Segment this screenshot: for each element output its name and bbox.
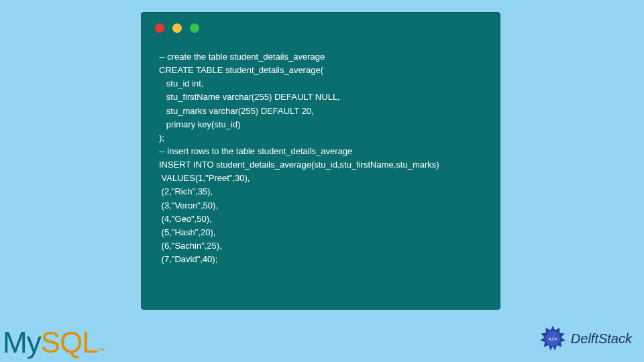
mysql-logo: MySQL™ — [3, 326, 105, 359]
code-line: CREATE TABLE student_details_average( — [159, 65, 323, 75]
close-dot-icon — [155, 23, 164, 33]
code-window: -- create the table student_details_aver… — [141, 12, 500, 310]
code-line: (6,"Sachin",25), — [159, 241, 222, 251]
mysql-logo-tm: ™ — [98, 347, 105, 354]
code-line: (7,"David",40); — [159, 254, 217, 264]
svg-text:</>: </> — [548, 336, 557, 342]
mysql-logo-my: My — [3, 326, 41, 359]
maximize-dot-icon — [190, 23, 199, 33]
code-line: (4,"Geo",50), — [159, 214, 212, 224]
delftstack-gear-icon: </> — [539, 324, 567, 353]
code-content: -- create the table student_details_aver… — [142, 38, 500, 280]
code-line: INSERT INTO student_details_average(stu_… — [159, 160, 439, 170]
mysql-logo-sql: SQL — [41, 326, 98, 359]
code-line: stu_marks varchar(255) DEFAULT 20, — [159, 106, 314, 116]
code-line: primary key(stu_id) — [159, 119, 240, 129]
delftstack-logo: </> DelftStack — [539, 324, 632, 353]
code-line: (3,"Veron",50), — [159, 200, 218, 210]
delftstack-logo-text: DelftStack — [571, 331, 632, 347]
code-line: (5,"Hash",20), — [159, 227, 215, 237]
window-controls — [142, 13, 500, 38]
code-line: ); — [159, 133, 164, 143]
code-line: stu_firstName varchar(255) DEFAULT NULL, — [159, 92, 340, 102]
minimize-dot-icon — [172, 23, 182, 33]
code-line: -- create the table student_details_aver… — [159, 52, 325, 62]
code-line: (2,"Rich",35), — [159, 186, 213, 196]
code-line: stu_id int, — [159, 78, 203, 88]
code-line: VALUES(1,"Preet",30), — [159, 173, 250, 183]
code-line: -- insert rows to the table student_deta… — [159, 146, 352, 156]
